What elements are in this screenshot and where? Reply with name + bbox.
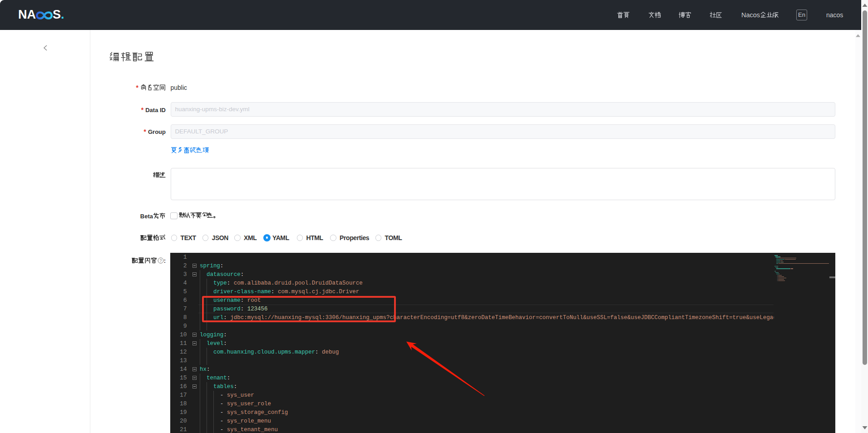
svg-text:?: ? <box>159 258 162 263</box>
